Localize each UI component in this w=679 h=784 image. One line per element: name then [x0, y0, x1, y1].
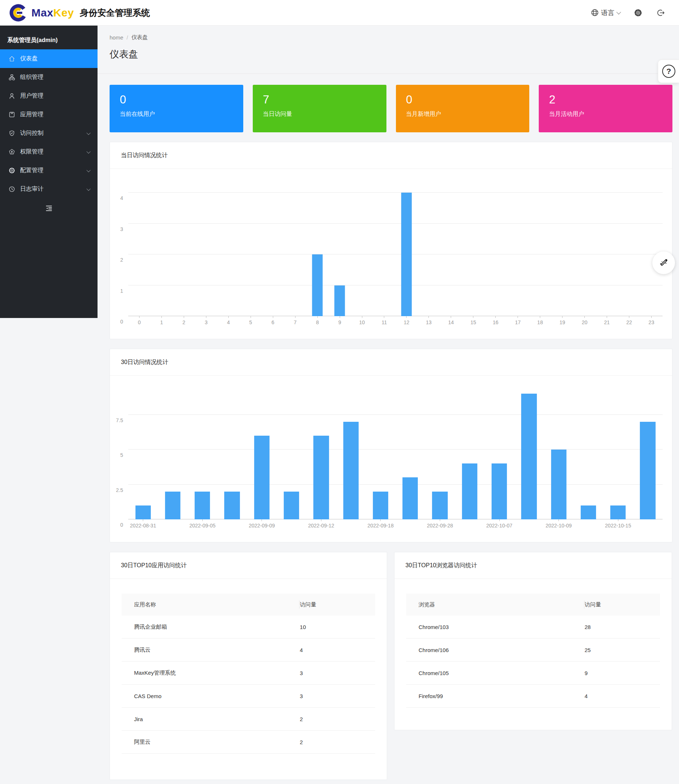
chart-slot	[307, 379, 336, 519]
today-visits-chart: 01234	[128, 183, 663, 316]
chart-slot	[633, 379, 663, 519]
x-axis-tick-label	[573, 519, 603, 532]
chart-slot	[247, 379, 277, 519]
y-axis-tick-label: 3	[120, 226, 123, 232]
sidebar-item-org[interactable]: 组织管理	[0, 68, 97, 86]
org-icon	[8, 74, 15, 81]
x-axis-tick-label: 2	[173, 316, 195, 329]
sidebar-item-app[interactable]: 应用管理	[0, 105, 97, 124]
sidebar-item-user[interactable]: 用户管理	[0, 86, 97, 105]
table-row: 阿里云2	[122, 731, 375, 754]
chart-slot	[551, 183, 573, 316]
page-title: 仪表盘	[110, 48, 679, 61]
chart-slot	[373, 183, 395, 316]
chart-slot	[484, 183, 507, 316]
chevron-down-icon	[616, 10, 621, 15]
sidebar-item-gear[interactable]: 配置管理	[0, 161, 97, 180]
shield-icon	[8, 130, 15, 137]
x-axis-tick-label: 3	[195, 316, 217, 329]
chart-slot	[188, 379, 217, 519]
chart-slot	[329, 183, 351, 316]
gear-icon	[8, 167, 15, 174]
table-row: Chrome/10625	[406, 638, 660, 662]
gear-icon	[634, 8, 643, 17]
x-axis-tick-label: 2022-09-12	[307, 519, 336, 532]
x-axis-tick-label: 15	[462, 316, 484, 329]
menu-fold-icon[interactable]	[45, 204, 53, 212]
language-menu[interactable]: 语言	[591, 8, 620, 17]
bar	[343, 422, 358, 519]
table-cell-name: CAS Demo	[122, 693, 299, 699]
bar	[491, 463, 507, 519]
bar	[640, 422, 655, 519]
x-axis-tick-label: 2022-10-07	[484, 519, 514, 532]
chart-slot	[307, 183, 329, 316]
y-axis-tick-label: 5	[120, 452, 123, 458]
chart-slot	[529, 183, 551, 316]
table-cell-count: 28	[584, 624, 660, 630]
logout-button[interactable]	[656, 8, 665, 17]
sidebar-item-clock[interactable]: 日志审计	[0, 180, 97, 199]
monthly-visits-chart: 02.557.5	[128, 379, 663, 519]
breadcrumb-separator: /	[127, 34, 128, 41]
table-header-cell: 访问量	[299, 601, 375, 608]
x-axis-tick-label: 20	[573, 316, 596, 329]
chart-slot	[603, 379, 633, 519]
x-axis-tick-label: 2022-08-31	[128, 519, 158, 532]
chart-slot	[596, 183, 618, 316]
stat-label: 当日访问量	[263, 110, 376, 118]
chart-slot	[158, 379, 188, 519]
table-cell-count: 3	[299, 670, 375, 676]
stat-card-3: 2当月活动用户	[539, 85, 673, 132]
x-axis-tick-label: 11	[373, 316, 395, 329]
table-row: CAS Demo3	[122, 685, 375, 708]
help-button[interactable]: ?	[658, 60, 679, 83]
chart-slot	[128, 183, 150, 316]
x-axis-tick-label: 2022-10-09	[544, 519, 573, 532]
sidebar-item-label: 访问控制	[20, 129, 44, 137]
x-axis-tick-label: 21	[596, 316, 618, 329]
chart-slot	[262, 183, 284, 316]
x-axis-tick-label: 0	[128, 316, 150, 329]
magic-wand-icon	[658, 257, 669, 268]
sidebar-item-shield[interactable]: 访问控制	[0, 124, 97, 143]
maxkey-logo-icon	[9, 3, 28, 22]
y-axis-tick-label: 0	[120, 319, 123, 325]
bar	[312, 254, 322, 316]
x-axis-tick-label: 18	[529, 316, 551, 329]
x-axis-tick-label	[633, 519, 663, 532]
stat-card-1: 7当日访问量	[253, 85, 386, 132]
panel-title: 当日访问情况统计	[110, 142, 672, 169]
x-axis-tick-label: 14	[440, 316, 462, 329]
x-axis-tick-label: 5	[239, 316, 262, 329]
x-axis-tick-label: 19	[551, 316, 573, 329]
stat-value: 7	[263, 94, 376, 106]
table-row: Chrome/1059	[406, 662, 660, 685]
settings-button[interactable]	[634, 8, 643, 17]
y-axis-tick-label: 2.5	[116, 487, 123, 493]
stat-label: 当月新增用户	[406, 110, 519, 118]
bar	[373, 492, 388, 519]
table-row: Firefox/994	[406, 685, 660, 708]
bar	[334, 285, 345, 317]
table-header-cell: 应用名称	[122, 601, 299, 608]
table-header-row: 应用名称访问量	[122, 594, 375, 616]
sidebar-item-pentagon[interactable]: 权限管理	[0, 143, 97, 161]
y-axis-tick-label: 7.5	[116, 417, 123, 423]
breadcrumb-current: 仪表盘	[131, 34, 148, 41]
chart-slot	[514, 379, 544, 519]
table-header-cell: 访问量	[584, 601, 660, 608]
table-cell-name: Chrome/106	[406, 647, 584, 653]
chart-slot	[418, 183, 440, 316]
brand: MaxKey 身份安全管理系统	[9, 3, 150, 22]
divider	[97, 74, 679, 74]
stat-card-2: 0当月新增用户	[396, 85, 530, 132]
stat-value: 2	[549, 94, 662, 106]
bar	[254, 436, 269, 519]
sidebar-item-home[interactable]: 仪表盘	[0, 49, 97, 68]
chart-slot	[173, 183, 195, 316]
bar	[432, 492, 447, 519]
breadcrumb-home-link[interactable]: home	[110, 34, 124, 41]
theme-magic-button[interactable]	[652, 251, 675, 274]
x-axis-tick-label: 2022-09-28	[425, 519, 455, 532]
